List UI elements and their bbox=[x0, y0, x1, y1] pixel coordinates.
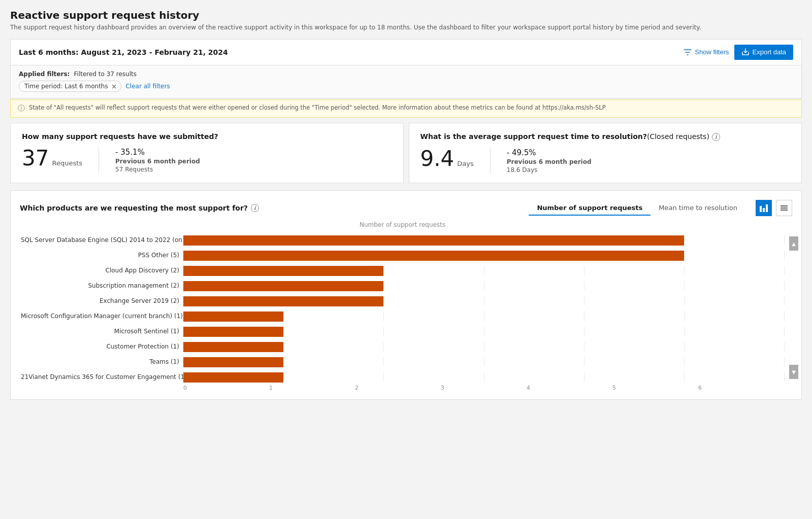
applied-filters-label: Applied filters: Filtered to 37 results bbox=[19, 71, 793, 78]
filter-icon bbox=[684, 48, 692, 56]
chart-body: Number of support requests SQL Server Da… bbox=[11, 221, 801, 399]
card-resolution-compare: - 49.5% Previous 6 month period 18.6 Day… bbox=[507, 148, 592, 174]
card-requests-value: 37 bbox=[22, 148, 49, 169]
svg-rect-1 bbox=[763, 208, 765, 212]
card-divider bbox=[99, 148, 99, 173]
page-subtitle: The support request history dashboard pr… bbox=[10, 23, 802, 32]
export-icon bbox=[741, 48, 750, 56]
filters-bar: Applied filters: Filtered to 37 results … bbox=[10, 65, 802, 98]
bar-row: Teams (1) bbox=[21, 354, 784, 369]
bar-track bbox=[183, 266, 784, 275]
bar-fill bbox=[183, 235, 684, 246]
x-tick: 4 bbox=[527, 385, 612, 391]
bar-label: Subscription management (2) bbox=[21, 282, 183, 289]
chart-info-icon: i bbox=[251, 204, 259, 212]
bar-row: Exchange Server 2019 (2) bbox=[21, 293, 784, 308]
card-resolution-body: 9.4 Days - 49.5% Previous 6 month period… bbox=[420, 148, 791, 174]
bar-row: Cloud App Discovery (2) bbox=[21, 263, 784, 278]
bar-fill bbox=[183, 296, 383, 306]
clear-all-filters-link[interactable]: Clear all filters bbox=[125, 83, 170, 90]
bar-track bbox=[183, 281, 784, 290]
chart-tabs: Number of support requests Mean time to … bbox=[529, 201, 745, 216]
card-resolution: What is the average support request time… bbox=[409, 123, 802, 184]
bar-fill bbox=[183, 342, 283, 352]
bar-label: Customer Protection (1) bbox=[21, 343, 183, 350]
chip-close-button[interactable]: × bbox=[111, 82, 117, 90]
show-filters-button[interactable]: Show filters bbox=[684, 48, 729, 56]
menu-view-button[interactable] bbox=[776, 200, 792, 216]
chart-header-right: Number of support requests Mean time to … bbox=[529, 200, 792, 216]
card-resolution-metric: 9.4 Days bbox=[420, 148, 474, 169]
chart-scroll-area: Number of support requests SQL Server Da… bbox=[11, 221, 789, 399]
card-requests-body: 37 Requests - 35.1% Previous 6 month per… bbox=[22, 148, 392, 173]
svg-rect-0 bbox=[760, 206, 762, 212]
scroll-controls: ▲ ▼ bbox=[789, 221, 801, 399]
bar-row: Microsoft Sentinel (1) bbox=[21, 324, 784, 339]
bar-fill bbox=[183, 251, 684, 261]
bar-label: 21Vianet Dynamics 365 for Customer Engag… bbox=[21, 373, 183, 380]
x-tick: 1 bbox=[269, 385, 355, 391]
chart-section-title: Which products are we requesting the mos… bbox=[20, 204, 259, 212]
info-banner-text: State of "All requests" will reflect sup… bbox=[29, 104, 606, 111]
svg-rect-4 bbox=[781, 207, 788, 209]
bar-row: PSS Other (5) bbox=[21, 248, 784, 263]
bar-label: Cloud App Discovery (2) bbox=[21, 267, 183, 274]
chart-toolbar bbox=[756, 200, 792, 216]
card-resolution-unit: Days bbox=[457, 160, 473, 167]
x-tick: 5 bbox=[612, 385, 698, 391]
bar-track bbox=[183, 342, 784, 351]
card-requests-unit: Requests bbox=[52, 159, 82, 167]
card-requests-prev-label: Previous 6 month period bbox=[115, 158, 200, 165]
bar-track bbox=[183, 372, 784, 382]
card-resolution-divider bbox=[490, 148, 491, 174]
tab-number-of-requests[interactable]: Number of support requests bbox=[529, 201, 651, 216]
export-data-button[interactable]: Export data bbox=[734, 45, 794, 60]
menu-icon bbox=[779, 203, 789, 213]
x-tick: 0 bbox=[183, 385, 269, 391]
scroll-down-button[interactable]: ▼ bbox=[789, 365, 798, 379]
filter-chips: Time period: Last 6 months × Clear all f… bbox=[19, 81, 793, 92]
info-icon: ⓘ bbox=[18, 104, 25, 113]
bar-label: Microsoft Sentinel (1) bbox=[21, 328, 183, 335]
bar-fill bbox=[183, 312, 283, 322]
date-bar: Last 6 months: August 21, 2023 - Februar… bbox=[10, 39, 802, 65]
cards-row: How many support requests have we submit… bbox=[10, 123, 802, 184]
card-resolution-title: What is the average support request time… bbox=[420, 132, 791, 142]
bar-track bbox=[183, 235, 784, 245]
page-container: Reactive support request history The sup… bbox=[0, 0, 812, 409]
svg-rect-2 bbox=[766, 204, 768, 212]
x-tick: 3 bbox=[441, 385, 527, 391]
chart-section: Which products are we requesting the mos… bbox=[10, 190, 802, 400]
bar-fill bbox=[183, 357, 283, 367]
bar-track bbox=[183, 357, 784, 366]
card-resolution-change: - 49.5% bbox=[507, 148, 592, 157]
resolution-info-icon: i bbox=[712, 133, 720, 141]
svg-rect-5 bbox=[781, 210, 788, 211]
bar-chart-view-button[interactable] bbox=[756, 200, 772, 216]
bar-track bbox=[183, 251, 784, 260]
tab-mean-time[interactable]: Mean time to resolution bbox=[651, 201, 745, 216]
bar-label: Teams (1) bbox=[21, 358, 183, 365]
bar-fill bbox=[183, 281, 383, 291]
bar-label: Exchange Server 2019 (2) bbox=[21, 297, 183, 304]
bar-fill bbox=[183, 266, 383, 276]
bar-row: 21Vianet Dynamics 365 for Customer Engag… bbox=[21, 369, 784, 385]
filter-result-count: Filtered to 37 results bbox=[74, 71, 137, 78]
card-requests-change: - 35.1% bbox=[115, 148, 200, 157]
card-requests-compare: - 35.1% Previous 6 month period 57 Reque… bbox=[115, 148, 200, 173]
chart-header: Which products are we requesting the mos… bbox=[11, 200, 801, 221]
card-resolution-prev-value: 18.6 Days bbox=[507, 166, 592, 174]
bar-row: Subscription management (2) bbox=[21, 278, 784, 293]
bar-fill bbox=[183, 327, 283, 337]
scroll-up-button[interactable]: ▲ bbox=[789, 236, 798, 251]
page-header: Reactive support request history The sup… bbox=[10, 9, 802, 32]
chart-axis-title: Number of support requests bbox=[21, 221, 784, 228]
x-tick: 6 bbox=[698, 385, 784, 391]
info-banner: ⓘ State of "All requests" will reflect s… bbox=[10, 99, 802, 118]
bar-row: SQL Server Database Engine (SQL) 2014 to… bbox=[21, 232, 784, 248]
bar-fill bbox=[183, 372, 283, 383]
page-title: Reactive support request history bbox=[10, 9, 802, 21]
card-requests-metric: 37 Requests bbox=[22, 148, 82, 169]
bar-label: Microsoft Configuration Manager (current… bbox=[21, 313, 183, 320]
bar-chart-container: SQL Server Database Engine (SQL) 2014 to… bbox=[21, 232, 784, 394]
